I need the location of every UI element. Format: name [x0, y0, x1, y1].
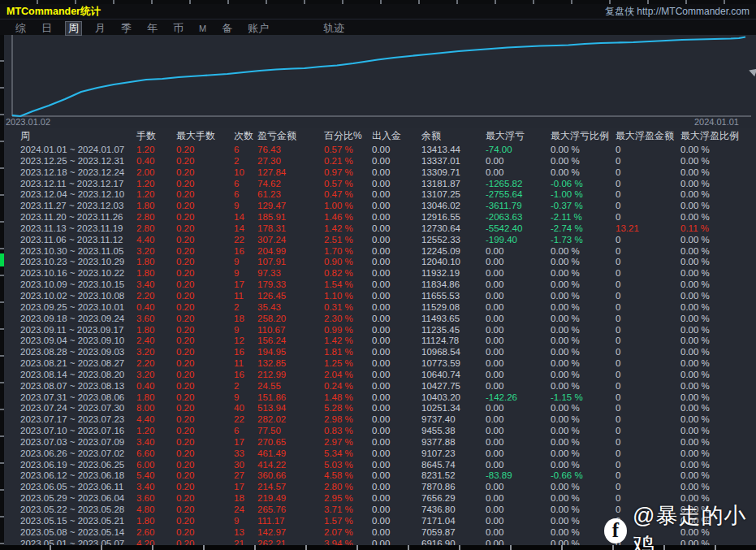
cell-1: 2023.11.13 ~ 2023.11.19	[0, 223, 136, 235]
cell-3: 0.20	[176, 482, 234, 493]
cell-6: 0.90 %	[324, 257, 372, 268]
menu-item-4[interactable]: 月	[93, 22, 108, 35]
column-header-11[interactable]: 最大浮盈金额	[616, 128, 680, 145]
site-link[interactable]: 复盘侠 http://MTCommander.com	[605, 5, 750, 19]
cell-7: 0.00	[372, 358, 421, 370]
cell-10: 0.00 %	[551, 167, 616, 179]
table-row[interactable]: 2023.07.03 ~ 2023.07.093.400.2017270.652…	[0, 437, 756, 448]
table-row[interactable]: 2023.11.20 ~ 2023.11.262.800.2014185.911…	[0, 212, 756, 223]
table-row[interactable]: 2023.10.02 ~ 2023.10.082.200.2011126.451…	[0, 291, 756, 302]
table-row[interactable]: 2023.06.26 ~ 2023.07.026.600.2033461.495…	[0, 448, 756, 460]
cell-2: 4.40	[136, 235, 176, 246]
cell-8: 10251.34	[421, 403, 486, 414]
menu-item-5[interactable]: 季	[119, 22, 134, 35]
table-row[interactable]: 2023.07.17 ~ 2023.07.234.400.2022282.022…	[0, 414, 756, 426]
cell-11: 0	[616, 437, 680, 448]
cell-2: 1.80	[136, 325, 176, 336]
table-row[interactable]: 2023.08.21 ~ 2023.08.272.200.2011132.851…	[0, 358, 756, 370]
column-header-8[interactable]: 余额	[421, 128, 486, 145]
column-header-5[interactable]: 盈亏金额	[257, 128, 324, 145]
cell-11: 0	[616, 156, 680, 167]
cell-10: -0.06 %	[551, 179, 616, 190]
table-row[interactable]: 2023.09.04 ~ 2023.09.102.400.2012156.241…	[0, 336, 756, 347]
table-row[interactable]: 2023.10.16 ~ 2023.10.221.800.20997.330.8…	[0, 268, 756, 279]
table-row[interactable]: 2023.08.07 ~ 2023.08.130.400.20224.550.2…	[0, 381, 756, 392]
menu-item-6[interactable]: 年	[145, 22, 160, 35]
cell-12: 0.00 %	[680, 235, 756, 246]
column-header-6[interactable]: 百分比%	[324, 128, 372, 145]
table-row[interactable]: 2023.12.04 ~ 2023.12.101.200.20661.230.4…	[0, 189, 756, 201]
menu-item-3[interactable]: 周	[65, 21, 82, 36]
cell-5: 219.49	[257, 493, 324, 505]
table-row[interactable]: 2023.12.11 ~ 2023.12.171.200.20674.620.5…	[0, 179, 756, 190]
cell-7: 0.00	[372, 212, 421, 223]
table-row[interactable]: 2023.06.05 ~ 2023.06.113.400.2017214.572…	[0, 482, 756, 493]
cell-12: 0.00 %	[680, 201, 756, 212]
column-header-9[interactable]: 最大浮亏	[486, 128, 551, 145]
table-row[interactable]: 2023.11.27 ~ 2023.12.031.800.209129.471.…	[0, 201, 756, 212]
table-row[interactable]: 2023.10.23 ~ 2023.10.291.800.209107.910.…	[0, 257, 756, 268]
menu-item-2[interactable]: 日	[39, 22, 54, 35]
cell-11: 0	[616, 268, 680, 279]
column-header-1[interactable]: 周	[0, 128, 136, 145]
table-row[interactable]: 2023.09.11 ~ 2023.09.171.800.209110.670.…	[0, 325, 756, 336]
cell-7: 0.00	[372, 516, 421, 527]
cell-8: 11932.19	[421, 268, 486, 279]
cell-1: 2023.11.06 ~ 2023.11.12	[0, 235, 136, 246]
table-row[interactable]: 2023.12.25 ~ 2023.12.310.400.20227.300.2…	[0, 156, 756, 167]
table-row[interactable]: 2023.07.10 ~ 2023.07.161.200.20677.500.8…	[0, 426, 756, 437]
cell-12: 0.11 %	[680, 223, 756, 235]
cell-4: 16	[234, 246, 257, 258]
table-row[interactable]: 2023.07.24 ~ 2023.07.308.000.2040513.945…	[0, 403, 756, 414]
table-row[interactable]: 2023.11.06 ~ 2023.11.124.400.2022307.242…	[0, 235, 756, 246]
cell-12: 0.00 %	[680, 437, 756, 448]
cell-9: 0.00	[486, 516, 551, 527]
cell-1: 2023.07.24 ~ 2023.07.30	[0, 403, 136, 414]
cell-5: 178.31	[257, 223, 324, 235]
table-row[interactable]: 2023.10.09 ~ 2023.10.153.400.2017179.331…	[0, 279, 756, 291]
table-row[interactable]: 2023.09.25 ~ 2023.10.010.400.20235.430.3…	[0, 302, 756, 314]
menu-item-8[interactable]: M	[197, 22, 209, 35]
menu-item-1[interactable]: 综	[13, 22, 28, 35]
cell-9: -83.89	[486, 470, 551, 482]
column-header-2[interactable]: 手数	[136, 128, 176, 145]
cell-1: 2023.05.22 ~ 2023.05.28	[0, 505, 136, 516]
cell-1: 2023.06.26 ~ 2023.07.02	[0, 448, 136, 460]
cell-9: 0.00	[486, 414, 551, 426]
cell-12: 0.00 %	[680, 268, 756, 279]
cell-8: 13309.71	[421, 167, 486, 179]
cell-8: 11493.65	[421, 314, 486, 325]
table-row[interactable]: 2023.12.18 ~ 2023.12.242.000.2010127.840…	[0, 167, 756, 179]
cell-6: 1.10 %	[324, 291, 372, 302]
menu-item-11[interactable]: 轨迹	[321, 22, 347, 35]
cell-5: 74.62	[257, 179, 324, 190]
cell-2: 4.40	[136, 414, 176, 426]
menu-item-10[interactable]: 账户	[245, 22, 271, 35]
table-row[interactable]: 2023.06.19 ~ 2023.06.256.000.2030414.225…	[0, 460, 756, 471]
cell-6: 0.57 %	[324, 145, 372, 156]
cell-7: 0.00	[372, 505, 421, 516]
column-header-10[interactable]: 最大浮亏比例	[551, 128, 616, 145]
menu-item-7[interactable]: 币	[171, 22, 186, 35]
cell-12: 0.00 %	[680, 470, 756, 482]
column-header-4[interactable]: 次数	[234, 128, 257, 145]
table-row[interactable]: 2024.01.01 ~ 2024.01.071.200.20676.430.5…	[0, 145, 756, 156]
column-header-12[interactable]: 最大浮盈比例	[680, 128, 756, 145]
cell-3: 0.20	[176, 246, 234, 258]
table-row[interactable]: 2023.06.12 ~ 2023.06.185.400.2027360.664…	[0, 470, 756, 482]
table-row[interactable]: 2023.10.30 ~ 2023.11.053.200.2016204.991…	[0, 246, 756, 258]
table-row[interactable]: 2023.08.14 ~ 2023.08.203.200.2016212.992…	[0, 370, 756, 381]
column-header-3[interactable]: 最大手数	[176, 128, 234, 145]
table-row[interactable]: 2023.11.13 ~ 2023.11.192.800.2014178.311…	[0, 223, 756, 235]
cell-12: 0.00 %	[680, 179, 756, 190]
table-row[interactable]: 2023.09.18 ~ 2023.09.243.600.2018258.202…	[0, 314, 756, 325]
cell-5: 265.76	[257, 505, 324, 516]
menu-item-9[interactable]: 备	[219, 22, 235, 35]
cell-6: 0.83 %	[324, 426, 372, 437]
column-header-7[interactable]: 出入金	[372, 128, 421, 145]
cell-5: 258.20	[257, 314, 324, 325]
cell-11: 0	[616, 358, 680, 370]
table-row[interactable]: 2023.07.31 ~ 2023.08.061.800.209151.861.…	[0, 392, 756, 404]
cell-9: 0.00	[486, 403, 551, 414]
table-row[interactable]: 2023.08.28 ~ 2023.09.033.200.2016194.951…	[0, 347, 756, 358]
